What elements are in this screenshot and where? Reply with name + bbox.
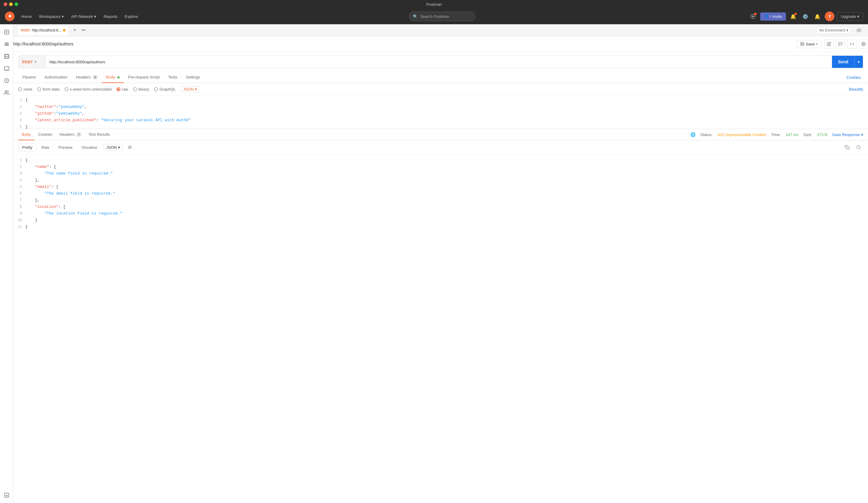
response-tab-body[interactable]: Body [18,129,34,140]
resp-line-9: 9 "The location field is required." [16,210,868,217]
svg-rect-4 [4,67,9,70]
minimize-button[interactable] [9,2,13,6]
save-response-button[interactable]: Save Response ▾ [832,132,863,137]
side-settings-icon[interactable] [859,39,868,49]
nav-home[interactable]: Home [18,12,35,21]
response-headers-badge: 7 [76,132,81,137]
code-line-3: 3 "github":"yemiwebby", [16,110,868,117]
tab-params[interactable]: Params [18,72,40,83]
tab-settings[interactable]: Settings [182,72,204,83]
resp-line-1: 1 { [16,157,868,164]
comment-icon[interactable] [836,39,845,49]
body-none-option[interactable]: none [18,87,32,91]
send-button[interactable]: Send [832,56,854,68]
edit-icon[interactable] [824,39,834,49]
tab-headers[interactable]: Headers 9 [72,72,102,83]
main-layout: POST http://localhost:8... + ••• No Envi… [0,24,868,503]
titlebar: Postman [0,0,868,9]
sidebar-analytics[interactable] [1,490,12,501]
copy-response-button[interactable] [843,143,852,152]
nav-explore[interactable]: Explore [122,12,141,21]
time-value: 187 ms [786,132,799,137]
response-tab-headers[interactable]: Headers 7 [56,129,85,140]
resp-line-11: 11 } [16,224,868,230]
more-tabs-button[interactable]: ••• [80,27,87,34]
resp-line-2: 2 "name": [ [16,164,868,170]
format-visualize[interactable]: Visualize [78,144,101,151]
nav-workspaces[interactable]: Workspaces ▾ [36,12,67,21]
environment-selector[interactable]: No Environment ▾ [817,27,851,34]
search-bar[interactable]: 🔍 Search Postman [409,11,475,21]
body-urlencoded-option[interactable]: x-www-form-urlencoded [64,87,112,91]
sidebar-environments[interactable] [1,51,12,62]
body-binary-option[interactable]: binary [133,87,149,91]
search-response-button[interactable] [854,143,863,152]
settings-icon[interactable]: ⚙️ [800,11,810,21]
eye-icon[interactable] [854,25,864,36]
invite-button[interactable]: 👤+ Invite [760,12,786,21]
method-selector[interactable]: POST ▾ [19,56,46,68]
app-title: Postman [426,2,442,7]
tab-tests[interactable]: Tests [164,72,182,83]
response-code-content: 1 { 2 "name": [ 3 [13,156,868,231]
response-tab-cookies[interactable]: Cookies [34,129,56,140]
beautify-link[interactable]: Beautify [849,87,863,91]
active-tab[interactable]: POST http://localhost:8... [17,26,69,35]
filter-icon[interactable] [125,143,134,152]
request-title-bar: http://localhost:8000/api/authors Save ▾ [13,36,868,52]
format-pretty[interactable]: Pretty [18,144,36,151]
sidebar-team[interactable] [1,87,12,98]
globe-icon: 🌐 [690,132,695,137]
tab-authorization[interactable]: Authorization [40,72,72,83]
send-dropdown-button[interactable]: ▾ [854,56,863,68]
nav-api-network[interactable]: API Network ▾ [68,12,99,21]
runner-icon[interactable] [748,11,758,21]
app-logo[interactable]: ✦ [5,11,14,21]
svg-line-17 [859,148,860,149]
tab-body[interactable]: Body [102,72,124,83]
svg-point-9 [863,43,864,44]
bell-icon[interactable]: 🔔 [813,11,822,21]
sidebar-history[interactable] [1,75,12,86]
format-preview[interactable]: Preview [54,144,76,151]
code-icon[interactable] [847,39,857,49]
close-button[interactable] [4,2,7,6]
format-raw[interactable]: Raw [38,144,53,151]
svg-point-16 [857,145,860,149]
code-line-2: 2 "twitter":"yemiwebby", [16,104,868,110]
resp-line-6: 6 "The email field is required." [16,190,868,197]
tab-prerequest[interactable]: Pre-request Script [124,72,164,83]
response-json-selector[interactable]: JSON ▾ [104,144,123,151]
maximize-button[interactable] [14,2,18,6]
user-avatar[interactable]: Y [825,11,834,21]
main-content: POST http://localhost:8... + ••• No Envi… [13,24,868,503]
json-format-dropdown[interactable]: JSON ▾ [180,86,200,92]
cookies-link[interactable]: Cookies [844,74,863,81]
body-raw-option[interactable]: raw [116,87,128,91]
svg-point-1 [752,16,754,17]
sidebar-collections[interactable] [1,39,12,50]
url-input[interactable] [46,56,832,68]
nav-reports[interactable]: Reports [101,12,121,21]
tab-unsaved-dot [63,29,65,31]
body-graphql-option[interactable]: GraphQL [154,87,176,91]
response-tab-test-results[interactable]: Test Results [85,129,114,140]
time-label: Time: [771,132,781,137]
url-bar-container: POST ▾ Send ▾ [13,52,868,72]
body-form-data-option[interactable]: form-data [37,87,60,91]
sidebar-new-request[interactable] [1,27,12,38]
notifications-icon[interactable]: 🔔 [788,11,798,21]
resp-line-3: 3 "The name field is required." [16,170,868,177]
request-body-editor[interactable]: 1 { 2 "twitter":"yemiwebby", 3 "github":… [13,96,868,129]
code-line-5: 5 } [16,124,868,129]
tab-method: POST [21,29,30,32]
tabbar: POST http://localhost:8... + ••• No Envi… [13,24,868,36]
response-section: Body Cookies Headers 7 Test Results 🌐 St… [13,129,868,503]
app: ✦ Home Workspaces ▾ API Network ▾ Report… [0,9,868,503]
body-type-selector: none form-data x-www-form-urlencoded raw… [13,83,868,96]
sidebar-mock-servers[interactable] [1,63,12,74]
upgrade-button[interactable]: Upgrade ▾ [837,12,863,21]
save-button[interactable]: Save ▾ [796,40,822,48]
resp-line-7: 7 ], [16,197,868,204]
new-tab-button[interactable]: + [71,26,79,34]
